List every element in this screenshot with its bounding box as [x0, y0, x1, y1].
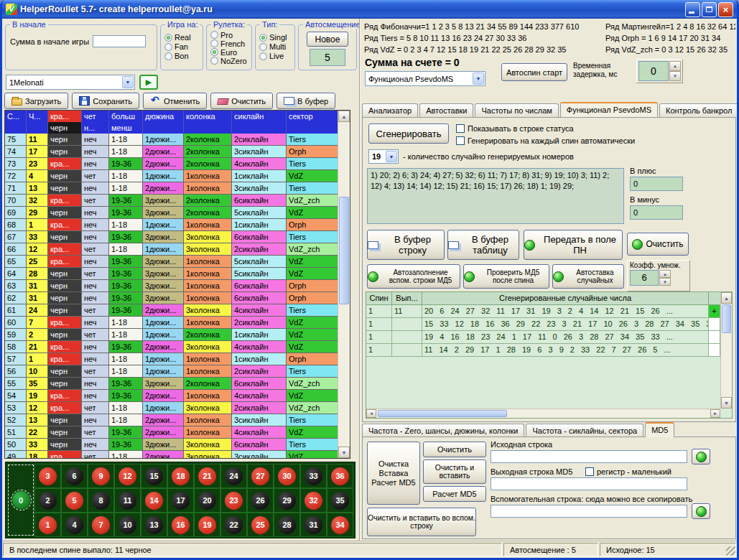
- board-number-21[interactable]: 21: [194, 464, 220, 488]
- board-number-20[interactable]: 20: [194, 488, 220, 513]
- board-number-8[interactable]: 8: [88, 488, 114, 513]
- scroll-right-icon[interactable]: ►: [710, 409, 720, 418]
- board-number-3[interactable]: 3: [34, 464, 61, 488]
- resize-grip[interactable]: [726, 546, 735, 556]
- aux-globe-button[interactable]: [692, 503, 710, 519]
- send-to-pn-button[interactable]: Передать в поле ПН: [524, 230, 623, 260]
- board-number-35[interactable]: 35: [327, 488, 353, 513]
- chevron-down-icon[interactable]: ▼: [473, 73, 484, 85]
- minimize-button[interactable]: [685, 2, 700, 17]
- board-number-16[interactable]: 16: [167, 513, 194, 537]
- spin-up-icon[interactable]: ▲: [659, 270, 671, 278]
- clear-button[interactable]: Очистить: [210, 93, 273, 109]
- undo-button[interactable]: Отменить: [143, 93, 207, 109]
- board-number-15[interactable]: 15: [141, 464, 167, 488]
- chevron-down-icon[interactable]: ▼: [386, 151, 397, 162]
- save-button[interactable]: Сохранить: [72, 93, 139, 109]
- aux-string-input[interactable]: [491, 505, 687, 518]
- scroll-down-icon[interactable]: ▼: [338, 447, 350, 458]
- board-number-29[interactable]: 29: [274, 488, 300, 513]
- board-number-13[interactable]: 13: [141, 513, 167, 537]
- generate-button[interactable]: Сгенерировать: [368, 123, 449, 144]
- board-number-25[interactable]: 25: [247, 513, 274, 537]
- history-scrollbar[interactable]: ▲ ▼: [338, 111, 350, 458]
- radio-option-singl[interactable]: Singl: [256, 32, 294, 42]
- close-button[interactable]: ×: [718, 2, 733, 17]
- start-sum-input[interactable]: [93, 35, 146, 47]
- board-number-1[interactable]: 1: [34, 513, 61, 537]
- board-number-27[interactable]: 27: [247, 464, 274, 488]
- board-number-19[interactable]: 19: [194, 513, 220, 537]
- scrollbar-thumb[interactable]: [339, 197, 349, 304]
- bottom-tab-1[interactable]: Частота - сиклайны, сектора: [526, 424, 643, 437]
- md5-clear-and-paste-button[interactable]: Очистить и вставить: [423, 459, 486, 484]
- scrollbar-thumb[interactable]: [378, 410, 507, 417]
- bottom-tab-0[interactable]: Частота - Zero, шансы, дюжины, колонки: [362, 424, 524, 437]
- board-number-10[interactable]: 10: [114, 513, 141, 537]
- board-number-4[interactable]: 4: [61, 513, 88, 537]
- board-number-36[interactable]: 36: [327, 464, 353, 488]
- board-number-26[interactable]: 26: [247, 488, 274, 513]
- tab-3[interactable]: Функционал PsevdoMS: [560, 102, 658, 117]
- check-md5-button[interactable]: Проверить МД5 после спина: [463, 264, 549, 289]
- board-number-22[interactable]: 22: [220, 513, 247, 537]
- tab-0[interactable]: Анализатор: [362, 103, 418, 117]
- board-number-7[interactable]: 7: [88, 513, 114, 537]
- count-combobox[interactable]: 19 ▼: [368, 149, 399, 164]
- generate-each-spin-checkbox[interactable]: [456, 136, 465, 145]
- md5-clear-button[interactable]: Очистить: [423, 442, 486, 457]
- spin-down-icon[interactable]: ▼: [659, 278, 671, 286]
- koef-value[interactable]: 6: [630, 270, 659, 286]
- board-number-2[interactable]: 2: [34, 488, 61, 513]
- radio-option-live[interactable]: Live: [256, 51, 294, 60]
- tab-4[interactable]: Контроль банкрол: [659, 103, 737, 117]
- radio-option-nozero[interactable]: NoZero: [207, 56, 251, 65]
- autospin-start-button[interactable]: Автоспин старт: [501, 63, 567, 81]
- autofill-md5-button[interactable]: Автозаполнение вспом. строки МД5: [367, 264, 460, 289]
- scroll-up-icon[interactable]: ▲: [721, 292, 732, 304]
- tab-2[interactable]: Частоты по числам: [475, 103, 558, 117]
- board-zero-cell[interactable]: 0: [8, 465, 34, 536]
- clear-generated-button[interactable]: Очистить: [627, 233, 689, 256]
- radio-option-pro[interactable]: Pro: [207, 30, 251, 39]
- board-number-30[interactable]: 30: [274, 464, 300, 488]
- titlebar[interactable]: V HelperRoullet 5.7- create helperroulle…: [2, 0, 737, 19]
- preset-combobox[interactable]: 1Melonati ▼: [6, 75, 135, 90]
- buffer-row-button[interactable]: В буфер строку: [367, 230, 445, 260]
- generated-table-scrollbar[interactable]: ▲ ▼: [720, 292, 732, 409]
- md5-calc-button[interactable]: Расчет MD5: [423, 486, 486, 502]
- board-number-34[interactable]: 34: [327, 513, 353, 537]
- copy-button[interactable]: В буфер: [276, 93, 335, 109]
- show-status-checkbox[interactable]: [456, 124, 465, 133]
- board-number-11[interactable]: 11: [114, 488, 141, 513]
- spin-up-icon[interactable]: ▲: [669, 61, 681, 71]
- register-lowercase-checkbox[interactable]: [585, 467, 594, 476]
- board-number-32[interactable]: 32: [300, 488, 327, 513]
- maximize-button[interactable]: [702, 2, 717, 17]
- delay-value[interactable]: 0: [638, 61, 669, 81]
- board-number-14[interactable]: 14: [141, 488, 167, 513]
- scroll-up-icon[interactable]: ▲: [338, 111, 350, 122]
- source-string-input[interactable]: [491, 450, 687, 463]
- autobet-random-button[interactable]: Автоставка случайных: [552, 264, 624, 289]
- md5-clear-paste-aux-button[interactable]: Очистить и вставить во вспом. строку: [367, 508, 476, 536]
- radio-option-french[interactable]: French: [207, 39, 251, 47]
- board-number-17[interactable]: 17: [167, 488, 194, 513]
- board-number-12[interactable]: 12: [114, 464, 141, 488]
- chevron-down-icon[interactable]: ▼: [122, 76, 134, 88]
- spin-down-icon[interactable]: ▼: [669, 71, 681, 81]
- tab-1[interactable]: Автоставки: [419, 103, 473, 117]
- radio-option-fan[interactable]: Fan: [161, 42, 203, 51]
- source-globe-button[interactable]: [692, 449, 710, 465]
- md5-clear-paste-calc-button[interactable]: Очистка Вставка Расчет MD5: [367, 442, 420, 505]
- board-number-5[interactable]: 5: [61, 488, 88, 513]
- generated-table-hscrollbar[interactable]: ◄ ►: [366, 409, 720, 418]
- bottom-tab-2[interactable]: MD5: [645, 422, 674, 437]
- board-number-18[interactable]: 18: [167, 464, 194, 488]
- board-number-23[interactable]: 23: [220, 488, 247, 513]
- board-number-28[interactable]: 28: [274, 513, 300, 537]
- functional-combobox[interactable]: Функционал PsevdoMS ▼: [365, 71, 485, 86]
- generated-numbers-area[interactable]: 1) 20; 2) 6; 3) 24; 4) 27; 5) 32; 6) 11;…: [367, 168, 624, 224]
- radio-option-real[interactable]: Real: [161, 32, 203, 42]
- buffer-table-button[interactable]: В буфер таблицу: [447, 230, 519, 260]
